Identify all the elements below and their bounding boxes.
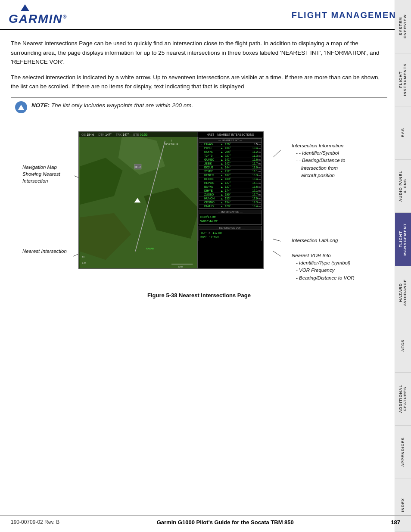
vor-freq: 117.80 [212,231,221,234]
table-row: CESMO ▲ 154° 18.3nm [199,201,262,205]
intro-paragraph-2: The selected intersection is indicated b… [11,73,387,91]
main-content: The Nearest Intersections Page can be us… [0,30,411,311]
vor-top-row: TOP ○ 117.80 [200,231,260,236]
tab-label-index: INDEX [401,498,405,512]
nearest-int-annotation: Nearest Intersection [22,248,68,255]
nrst-title: NRST – NEAREST INTERSECTIONS [198,132,263,137]
figure-caption: Figure 5-38 Nearest Intersections Page [147,292,251,299]
vor-info-item-1: - Identifier/Type (symbol) [292,259,374,267]
avionics-topbar: GS 184kt DTK 147° TRK 147° ETE [79,132,200,137]
int-info-annotation: Intersection Information - Identifier/Sy… [292,142,374,179]
vor-info-title: Nearest VOR Info [292,252,374,259]
int-info-title: Intersection Information [292,142,374,149]
distance-value: 9.5nm [254,143,261,146]
svg-text:↑: ↑ [171,139,172,143]
note-box: NOTE: The list only includes waypoints t… [11,97,387,117]
table-row: DMARY ▲ 128° 18.4nm [199,205,262,208]
svg-text:NORTH UP: NORTH UP [165,143,178,146]
nearest-int-section: — NEAREST INT — → FAVAS ▲ 176° 9.5nm [199,138,262,209]
nrst-panel: NRST – NEAREST INTERSECTIONS — NEAREST I… [197,132,263,268]
tab-system-overview[interactable]: SYSTEMOVERVIEW [395,0,411,53]
tab-audio-panel[interactable]: AUDIO PANEL& CNS [395,160,411,213]
intro-paragraph-1: The Nearest Intersections Page can be us… [11,39,387,67]
svg-text:IIEL⊙: IIEL⊙ [134,166,141,168]
trk-field: TRK 147° [116,133,129,136]
tab-flight-instruments[interactable]: FLIGHTINSTRUMENTS [395,53,411,107]
table-row: BUYAV ▲ 127° 16.6nm [199,185,262,189]
tab-eas[interactable]: EAS [395,106,411,160]
note-icon [15,101,27,113]
info-lon: W095°44.85' [200,219,260,224]
int-info-item-3: intersection from [292,165,374,172]
vor-bearing: 306° [200,236,206,239]
bearing-value: 176° [225,143,236,146]
tab-label-flight-instruments: FLIGHTINSTRUMENTS [399,63,408,96]
right-sidebar: SYSTEMOVERVIEW FLIGHTINSTRUMENTS EAS AUD… [395,0,411,532]
gs-label: GS [81,133,86,136]
dtk-field: DTK 147° [98,133,111,136]
ete-field: ETE 06:50 [133,133,147,136]
nav-map-annotation: Navigation Map Showing Nearest Intersect… [22,164,74,184]
avionics-screen-wrapper: GS 184kt DTK 147° TRK 147° ETE [78,131,264,269]
table-row: HUNON ▲ 153° 17.9nm [199,197,262,201]
tab-label-flight-management: FLIGHTMANAGEMENT [399,223,408,256]
figure-container: Navigation Map Showing Nearest Intersect… [11,125,387,299]
table-row: ZUSBO ▲ 196° 17.7nm [199,193,262,197]
table-row: T2FT0 ▲ 327° 11.3nm [199,154,262,158]
vor-data: TOP ○ 117.80 306° 12.7nm [199,230,262,241]
ete-value: 06:50 [140,133,148,136]
doc-number: 190-00709-02 Rev. B [11,519,59,526]
vor-info-annotation: Nearest VOR Info - Identifier/Type (symb… [292,252,374,282]
tab-additional-features[interactable]: ADDITIONALFEATURES [395,373,411,426]
tab-label-eas: EAS [401,128,405,137]
logo-wordmark: GARMIN® [9,12,67,26]
page-number: 187 [391,519,400,526]
int-latlong-text: Intersection Lat/Long [292,237,374,244]
table-row: DIHYE ▲ 174° 17.1nm [199,189,262,193]
table-row: KENEC ▲ 187° 13.3nm [199,174,262,177]
tab-hazard-avoidance[interactable]: HAZARDAVOIDANCE [395,266,411,320]
tab-label-appendices: APPENDICES [401,437,405,467]
up-arrow-icon: ▲ [221,143,224,146]
vor-info-item-2: - VOR Frequency [292,267,374,274]
garmin-logo: GARMIN® [9,4,67,26]
page-header: GARMIN® FLIGHT MANAGEMENT [0,0,411,30]
tab-label-additional-features: ADDITIONALFEATURES [399,385,408,413]
tab-appendices[interactable]: APPENDICES [395,426,411,479]
gs-field: GS 184kt [81,133,94,136]
note-content: The list only includes waypoints that ar… [50,102,193,109]
tab-flight-management[interactable]: FLIGHTMANAGEMENT [395,213,411,266]
row-id: FAVAS [204,143,220,146]
trk-value: 147° [123,133,129,136]
information-section-title: — INFORMATION — [199,210,262,214]
tab-label-afcs: AFCS [401,339,405,352]
page-footer: 190-00709-02 Rev. B Garmin G1000 Pilot's… [0,515,411,526]
table-row: → FAVAS ▲ 176° 9.5nm [199,143,262,146]
figure-inner: Navigation Map Showing Nearest Intersect… [22,125,376,289]
book-title: Garmin G1000 Pilot's Guide for the Socat… [157,519,294,526]
table-row: HEPOG ▲ 127° 16.1nm [199,181,262,185]
svg-text:6.00: 6.00 [82,262,87,264]
map-svg: FAVAB 6.00 60 30nm NORTH UP ↑ [79,132,200,268]
info-coords: N 39°16.96' W095°44.85' [199,214,262,224]
tab-label-audio-panel: AUDIO PANEL& CNS [399,171,408,202]
svg-text:30nm: 30nm [178,266,183,268]
svg-text:60: 60 [82,256,85,258]
selection-arrow: → [200,143,203,146]
svg-line-2 [273,150,281,157]
table-row: KK57E ▲ 205° 11.2nm [199,150,262,154]
vor-id: TOP [200,231,206,234]
ete-label: ETE [133,133,139,136]
table-row: BECHE ▲ 180° 13.4nm [199,177,262,181]
tab-label-system-overview: SYSTEMOVERVIEW [399,14,408,38]
triangle-icon [18,105,24,110]
table-row: PIVIC ▲ 164° 10.4nm [199,146,262,150]
svg-text:FAVAB: FAVAB [146,247,154,250]
tab-afcs[interactable]: AFCS [395,319,411,373]
note-text: NOTE: The list only includes waypoints t… [31,101,193,110]
svg-line-3 [273,239,281,241]
vor-info-item-3: - Bearing/Distance to VOR [292,274,374,282]
table-row: GUKEC ▲ 141° 12.6nm [199,158,262,162]
tab-label-hazard-avoidance: HAZARDAVOIDANCE [399,279,408,306]
int-info-item-4: aircraft position [292,172,374,179]
